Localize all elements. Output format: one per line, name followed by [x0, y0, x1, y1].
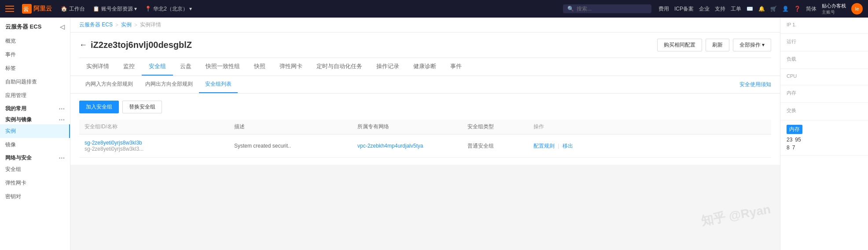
instances-more-icon[interactable]: ⋯ — [59, 116, 65, 123]
sg-vpc: vpc-2zebkh4mp4urdjalv5tya — [352, 143, 462, 149]
sg-desc: System created securit.. — [229, 143, 352, 149]
nav-workbench[interactable]: 🏠 工作台 — [61, 5, 85, 13]
rp-highlight: 内存 — [787, 125, 802, 134]
user-name: 贴心办客栈 — [822, 3, 846, 9]
nav-items: 🏠 工作台 📋 账号全部资源 ▾ 📍 华北2（北京） ▾ — [61, 5, 556, 13]
breadcrumb-ecs[interactable]: 云服务器 ECS — [79, 21, 113, 29]
sidebar-section-network[interactable]: 网络与安全 ⋯ — [0, 152, 70, 163]
tab-snapshot[interactable]: 快照 — [247, 58, 272, 76]
security-group-table: 安全组ID/名称 描述 所属专有网络 安全组类型 操作 sg-2ze8yeti0… — [79, 120, 771, 158]
sidebar-item-eni[interactable]: 弹性网卡 — [0, 176, 70, 190]
all-operations-button[interactable]: 全部操作 ▾ — [733, 39, 771, 51]
sidebar-item-security-group[interactable]: 安全组 — [0, 163, 70, 176]
sidebar-section-instances[interactable]: 实例与镜像 ⋯ — [0, 113, 70, 124]
sub-tab-list[interactable]: 安全组列表 — [199, 76, 238, 93]
rp-val-3: 7 — [792, 145, 795, 151]
sidebar-title: 云服务器 ECS ◁ — [0, 18, 70, 34]
vpc-link[interactable]: vpc-2zebkh4mp4urdjalv5tya — [357, 143, 423, 149]
instance-title-row: ← iZ2ze3toj6nvlj00desgblZ 购买相同配置 刷新 全部操作… — [79, 39, 771, 51]
tab-monitor[interactable]: 监控 — [116, 58, 142, 76]
tab-snapshot-group[interactable]: 快照一致性组 — [199, 58, 247, 76]
sg-operations: 配置规则 | 移出 — [528, 142, 771, 150]
rp-mem-label: 内存 — [787, 90, 862, 96]
tab-health[interactable]: 健康诊断 — [406, 58, 443, 76]
sub-tabs-bar: 内网入方向全部规则 内网出方向全部规则 安全组列表 安全使用须知 — [70, 76, 780, 94]
security-notice-link[interactable]: 安全使用须知 — [739, 76, 771, 93]
refresh-button[interactable]: 刷新 — [706, 39, 729, 51]
nav-lang[interactable]: 简体 — [806, 5, 817, 13]
action-row: 加入安全组 替换安全组 — [79, 101, 771, 113]
join-security-group-button[interactable]: 加入安全组 — [79, 101, 119, 113]
sidebar-title-text: 云服务器 ECS — [5, 23, 41, 31]
tab-detail[interactable]: 实例详情 — [79, 58, 116, 76]
breadcrumb-instances[interactable]: 实例 — [121, 21, 132, 29]
nav-region[interactable]: 📍 华北2（北京） ▾ — [145, 5, 192, 13]
user-circle-icon[interactable]: 👤 — [782, 6, 789, 12]
col-header-name: 安全组ID/名称 — [79, 123, 229, 130]
sub-tab-inbound[interactable]: 内网入方向全部规则 — [79, 76, 139, 93]
svg-text:云: 云 — [23, 6, 29, 12]
col-header-type: 安全组类型 — [462, 123, 528, 130]
sidebar-item-images[interactable]: 镜像 — [0, 138, 70, 152]
rp-cpu: CPU — [780, 69, 868, 85]
sidebar: 云服务器 ECS ◁ 概览 事件 标签 自助问题排查 应用管理 我的常用 ⋯ 实… — [0, 18, 70, 250]
sidebar-item-app-mgmt[interactable]: 应用管理 — [0, 89, 70, 102]
back-button[interactable]: ← — [79, 40, 87, 50]
mail-icon[interactable]: ✉️ — [747, 6, 753, 12]
sub-tabs: 内网入方向全部规则 内网出方向全部规则 安全组列表 — [79, 76, 238, 93]
nav-right-items: 费用 ICP备案 企业 支持 工单 ✉️ 🔔 🛒 👤 ❓ 简体 贴心办客栈 主账… — [658, 3, 863, 15]
breadcrumb-detail: 实例详情 — [140, 21, 161, 29]
sidebar-item-keypair[interactable]: 密钥对 — [0, 190, 70, 203]
rp-cpu-label: CPU — [787, 73, 862, 79]
network-more-icon[interactable]: ⋯ — [59, 155, 65, 162]
more-icon[interactable]: ⋯ — [59, 105, 65, 112]
replace-security-group-button[interactable]: 替换安全组 — [122, 101, 162, 113]
configure-rules-link[interactable]: 配置规则 — [533, 143, 555, 149]
sidebar-collapse-icon[interactable]: ◁ — [60, 23, 65, 30]
nav-account[interactable]: 📋 账号全部资源 ▾ — [93, 5, 137, 13]
buy-same-config-button[interactable]: 购买相同配置 — [657, 39, 702, 51]
help-icon[interactable]: ❓ — [794, 6, 801, 12]
sub-tab-outbound[interactable]: 内网出方向全部规则 — [139, 76, 199, 93]
sg-id-link[interactable]: sg-2ze8yeti0yrjs8w3kl3b — [85, 140, 142, 146]
rp-val-1: 95 — [795, 137, 801, 143]
sidebar-item-overview[interactable]: 概览 — [0, 34, 70, 48]
rp-swap-label: 交换 — [787, 107, 862, 114]
sidebar-item-events[interactable]: 事件 — [0, 48, 70, 62]
col-header-vpc: 所属专有网络 — [352, 123, 462, 130]
nav-support[interactable]: 支持 — [715, 5, 725, 13]
nav-enterprise[interactable]: 企业 — [699, 5, 710, 13]
tab-ops-log[interactable]: 操作记录 — [369, 58, 406, 76]
cart-icon[interactable]: 🛒 — [770, 6, 777, 12]
table-header: 安全组ID/名称 描述 所属专有网络 安全组类型 操作 — [79, 120, 771, 134]
main-layout: 云服务器 ECS ◁ 概览 事件 标签 自助问题排查 应用管理 我的常用 ⋯ 实… — [0, 18, 868, 250]
content-area: 加入安全组 替换安全组 安全组ID/名称 描述 所属专有网络 安全组类型 操作 … — [70, 94, 780, 165]
notification-icon[interactable]: 🔔 — [758, 6, 765, 12]
user-account[interactable]: 贴心办客栈 主账号 — [822, 3, 846, 15]
top-navigation: 云 阿里云 🏠 工作台 📋 账号全部资源 ▾ 📍 华北2（北京） ▾ 🔍 费用 … — [0, 0, 868, 18]
breadcrumb: 云服务器 ECS > 实例 > 实例详情 — [70, 18, 780, 33]
sidebar-item-instances[interactable]: 实例 — [0, 124, 70, 138]
rp-inner: 内存 23 95 8 7 — [780, 120, 868, 156]
user-sub: 主账号 — [822, 9, 835, 15]
rp-ip-label: IP 1. — [787, 22, 862, 27]
sidebar-section-my-common[interactable]: 我的常用 ⋯ — [0, 102, 70, 113]
nav-icp[interactable]: ICP备案 — [674, 5, 694, 13]
header-buttons: 购买相同配置 刷新 全部操作 ▾ — [657, 39, 771, 51]
menu-toggle-button[interactable] — [5, 3, 18, 15]
tab-events[interactable]: 事件 — [443, 58, 469, 76]
rp-mem: 内存 — [780, 85, 868, 103]
sidebar-item-troubleshoot[interactable]: 自助问题排查 — [0, 75, 70, 89]
tab-security[interactable]: 安全组 — [142, 58, 173, 76]
avatar[interactable]: Ie — [851, 3, 863, 14]
tab-disk[interactable]: 云盘 — [173, 58, 199, 76]
rp-swap: 交换 — [780, 103, 868, 120]
remove-link[interactable]: 移出 — [563, 143, 573, 149]
search-input[interactable] — [577, 6, 647, 12]
search-bar[interactable]: 🔍 — [563, 4, 651, 13]
nav-ticket[interactable]: 工单 — [731, 5, 741, 13]
tab-eni[interactable]: 弹性网卡 — [272, 58, 309, 76]
sidebar-item-tags[interactable]: 标签 — [0, 62, 70, 75]
nav-cost[interactable]: 费用 — [658, 5, 669, 13]
tab-auto-task[interactable]: 定时与自动化任务 — [309, 58, 369, 76]
